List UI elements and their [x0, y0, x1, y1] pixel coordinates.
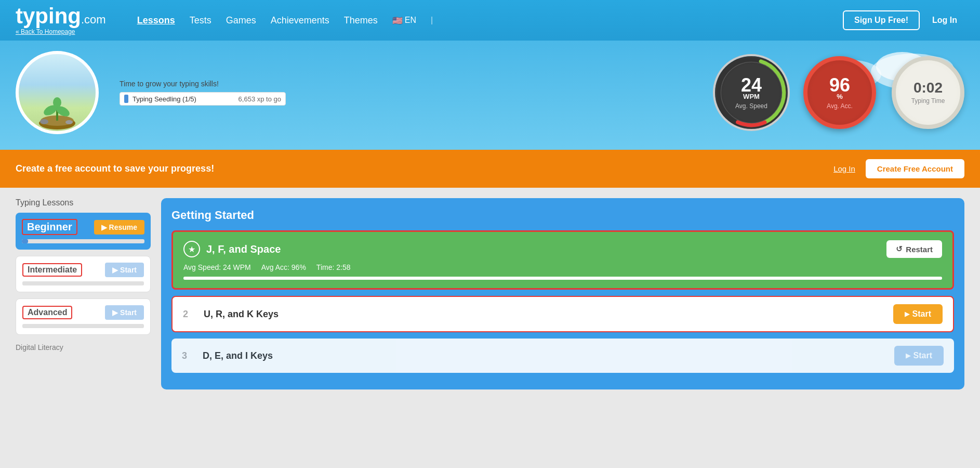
restart-icon: ↺	[896, 244, 903, 254]
level-card-advanced: Advanced ▶ Start	[16, 298, 151, 335]
lessons-panel: Getting Started ★ J, F, and Space ↺ Rest…	[161, 198, 964, 389]
avg-acc-circle: 96 % Avg. Acc.	[803, 56, 876, 129]
acc-unit: %	[837, 93, 843, 100]
time-value: 0:02	[913, 81, 943, 95]
lesson-2-start-label: Start	[912, 309, 931, 319]
language-selector[interactable]: 🇺🇸 EN	[392, 16, 416, 25]
resume-button[interactable]: ▶ Resume	[94, 220, 144, 235]
advanced-play-icon: ▶	[112, 308, 118, 317]
xp-to-go: 6,653 xp to go	[239, 95, 281, 103]
svg-point-7	[40, 119, 48, 124]
lesson-3-start-label: Start	[913, 351, 932, 360]
level-card-intermediate: Intermediate ▶ Start	[16, 256, 151, 292]
svg-point-8	[65, 120, 73, 124]
back-to-homepage-link[interactable]: « Back To Homepage	[16, 28, 106, 35]
lesson-1-avg-speed: Avg Speed: 24 WPM	[183, 263, 251, 271]
nav-themes[interactable]: Themes	[344, 15, 378, 26]
user-rank: Typing Seedling (1/5)	[133, 95, 234, 103]
nav-tests[interactable]: Tests	[190, 15, 211, 26]
stats-section: Time to grow your typing skills! Typing …	[0, 41, 980, 150]
logo-com: .com	[81, 13, 106, 26]
svg-point-12	[53, 97, 61, 108]
beginner-progress-bar	[22, 239, 144, 243]
level-header-beginner: Beginner ▶ Resume	[22, 219, 144, 235]
header-buttons: Sign Up Free! Log In	[843, 10, 964, 30]
advanced-start-label: Start	[120, 308, 137, 317]
flag-icon: 🇺🇸	[392, 16, 403, 25]
lesson-1-avg-acc: Avg Acc: 96%	[261, 263, 306, 271]
stat-circles: 24 WPM Avg. Speed 96 % Avg. Acc. 0:02 Ty…	[715, 56, 964, 129]
site-logo[interactable]: typing.com	[16, 5, 106, 27]
banner-text: Create a free account to save your progr…	[16, 163, 823, 174]
nav-divider: |	[431, 16, 433, 25]
user-info: Time to grow your typing skills! Typing …	[120, 80, 694, 106]
logo-area: typing.com « Back To Homepage	[16, 5, 106, 35]
level-card-beginner: Beginner ▶ Resume	[16, 213, 151, 250]
lesson-3-number: 3	[182, 350, 194, 361]
resume-label: Resume	[109, 223, 137, 231]
lesson-3-title: D, E, and I Keys	[203, 350, 886, 361]
lesson-1-header: ★ J, F, and Space ↺ Restart	[183, 240, 942, 258]
level-header-intermediate: Intermediate ▶ Start	[22, 263, 144, 277]
level-header-advanced: Advanced ▶ Start	[22, 305, 144, 320]
lesson-2-title: U, R, and K Keys	[204, 309, 885, 320]
banner-login-link[interactable]: Log In	[833, 164, 855, 173]
beginner-progress-fill	[22, 239, 28, 243]
intermediate-progress-bar	[22, 281, 144, 285]
avg-speed-circle: 24 WPM Avg. Speed	[715, 56, 788, 129]
user-tagline: Time to grow your typing skills!	[120, 80, 694, 88]
sidebar-title: Typing Lessons	[16, 198, 151, 207]
lesson-2-number: 2	[183, 309, 195, 320]
typing-time-circle: 0:02 Typing Time	[892, 56, 964, 129]
level-name-intermediate: Intermediate	[22, 263, 82, 277]
intermediate-start-label: Start	[120, 266, 137, 274]
lesson-1-stats: Avg Speed: 24 WPM Avg Acc: 96% Time: 2:5…	[183, 263, 942, 271]
restart-label: Restart	[906, 245, 933, 254]
lesson-1-title: J, F, and Space	[206, 243, 880, 255]
time-label: Typing Time	[911, 97, 945, 105]
intermediate-start-button[interactable]: ▶ Start	[105, 263, 144, 277]
plant-illustration	[34, 84, 81, 131]
xp-bar-container: Typing Seedling (1/5) 6,653 xp to go	[120, 92, 286, 106]
nav-games[interactable]: Games	[226, 15, 256, 26]
signup-button[interactable]: Sign Up Free!	[843, 10, 920, 30]
acc-label: Avg. Acc.	[827, 102, 853, 110]
advanced-start-button[interactable]: ▶ Start	[105, 305, 144, 320]
xp-bar-fill	[124, 95, 128, 103]
advanced-progress-bar	[22, 324, 144, 328]
intermediate-play-icon: ▶	[112, 266, 118, 274]
resume-play-icon: ▶	[101, 223, 107, 231]
lesson-3-start-button[interactable]: ▶ Start	[894, 346, 944, 366]
lesson-item-2: 2 U, R, and K Keys ▶ Start	[171, 296, 954, 332]
lesson-2-play-icon: ▶	[905, 310, 909, 318]
digital-literacy-title: Digital Literacy	[16, 343, 151, 352]
lang-label: EN	[405, 16, 416, 25]
lesson-3-play-icon: ▶	[906, 352, 910, 359]
user-avatar	[16, 51, 99, 134]
lesson-item-3: 3 D, E, and I Keys ▶ Start	[171, 339, 954, 373]
lesson-1-restart-button[interactable]: ↺ Restart	[886, 240, 942, 258]
lessons-section-title: Getting Started	[171, 209, 954, 222]
lesson-item-1: ★ J, F, and Space ↺ Restart Avg Speed: 2…	[171, 230, 954, 290]
promo-banner: Create a free account to save your progr…	[0, 150, 980, 188]
main-content: Typing Lessons Beginner ▶ Resume Interme…	[0, 188, 980, 400]
lesson-2-start-button[interactable]: ▶ Start	[893, 304, 943, 324]
lesson-1-progress-bar	[183, 277, 942, 280]
nav-achievements[interactable]: Achievements	[271, 15, 329, 26]
nav-lessons[interactable]: Lessons	[137, 15, 175, 26]
login-button[interactable]: Log In	[925, 10, 964, 30]
create-free-account-button[interactable]: Create Free Account	[866, 159, 964, 178]
lesson-1-progress-fill	[183, 277, 942, 280]
lesson-1-time: Time: 2:58	[316, 263, 351, 271]
sidebar: Typing Lessons Beginner ▶ Resume Interme…	[16, 198, 151, 389]
wpm-gauge-arc	[715, 56, 788, 129]
logo-text: typing	[16, 4, 81, 28]
level-name-advanced: Advanced	[22, 306, 72, 319]
main-nav: Lessons Tests Games Achievements Themes …	[137, 15, 433, 26]
acc-value: 96	[829, 76, 850, 95]
level-name-beginner: Beginner	[22, 219, 77, 235]
lesson-1-star-icon: ★	[183, 241, 200, 257]
